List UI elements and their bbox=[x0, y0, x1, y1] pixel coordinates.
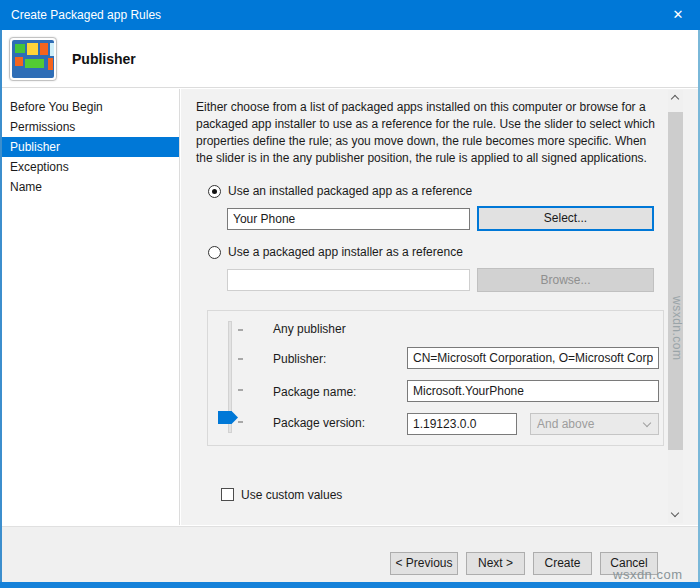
slider-tick bbox=[238, 389, 243, 391]
select-button[interactable]: Select... bbox=[477, 206, 654, 231]
window-left-border bbox=[0, 30, 2, 582]
wizard-header: Publisher bbox=[0, 30, 700, 88]
page-title: Publisher bbox=[72, 30, 136, 88]
installed-app-radio[interactable] bbox=[208, 185, 221, 198]
watermark-text: wsxdn.com bbox=[613, 567, 683, 582]
create-button[interactable]: Create bbox=[533, 552, 592, 575]
page-description: Either choose from a list of packaged ap… bbox=[196, 99, 660, 167]
close-icon[interactable] bbox=[656, 0, 700, 30]
publisher-value-input[interactable] bbox=[407, 347, 659, 369]
sidebar-item-before-you-begin[interactable]: Before You Begin bbox=[0, 97, 179, 117]
package-version-label: Package version: bbox=[273, 416, 365, 430]
installed-app-radio-label[interactable]: Use an installed packaged app as a refer… bbox=[228, 184, 472, 198]
package-name-label: Package name: bbox=[273, 385, 356, 399]
window-bottom-border bbox=[0, 582, 700, 588]
any-publisher-label: Any publisher bbox=[273, 322, 346, 336]
sidebar-item-exceptions[interactable]: Exceptions bbox=[0, 157, 179, 177]
installer-radio[interactable] bbox=[208, 246, 221, 259]
version-match-dropdown-value: And above bbox=[537, 417, 594, 431]
installer-radio-label[interactable]: Use a packaged app installer as a refere… bbox=[228, 245, 463, 259]
sidebar-item-permissions[interactable]: Permissions bbox=[0, 117, 179, 137]
slider-tick bbox=[238, 421, 243, 423]
create-packaged-app-rules-dialog: Create Packaged app Rules Publisher Befo… bbox=[0, 0, 700, 588]
use-custom-values-label[interactable]: Use custom values bbox=[241, 488, 342, 502]
slider-tick bbox=[238, 358, 243, 360]
sidebar-item-publisher[interactable]: Publisher bbox=[0, 137, 179, 157]
version-match-dropdown[interactable]: And above bbox=[530, 413, 659, 435]
slider-tick bbox=[238, 329, 243, 331]
publisher-label: Publisher: bbox=[273, 352, 326, 366]
sidebar-item-name[interactable]: Name bbox=[0, 177, 179, 197]
installed-app-name-input[interactable] bbox=[227, 208, 470, 230]
window-title: Create Packaged app Rules bbox=[11, 0, 161, 30]
next-button[interactable]: Next > bbox=[466, 552, 525, 575]
packaged-app-tiles-icon bbox=[9, 37, 57, 81]
scroll-up-icon[interactable] bbox=[668, 90, 683, 107]
tile-board bbox=[12, 40, 54, 78]
scrollbar-thumb[interactable] bbox=[668, 112, 683, 450]
scroll-down-icon[interactable] bbox=[668, 506, 683, 523]
previous-button[interactable]: < Previous bbox=[390, 552, 458, 575]
watermark-side-text: wsxdn.com bbox=[670, 296, 684, 361]
browse-button[interactable]: Browse... bbox=[477, 268, 654, 292]
titlebar: Create Packaged app Rules bbox=[0, 0, 700, 30]
footer-bar: < Previous Next > Create Cancel bbox=[0, 526, 700, 582]
package-name-input[interactable] bbox=[407, 380, 659, 402]
wizard-steps-sidebar: Before You Begin Permissions Publisher E… bbox=[0, 89, 180, 525]
chevron-down-icon bbox=[643, 419, 651, 427]
use-custom-values-checkbox[interactable] bbox=[221, 488, 234, 501]
package-version-input[interactable] bbox=[407, 413, 517, 435]
installer-path-input[interactable] bbox=[227, 269, 470, 291]
